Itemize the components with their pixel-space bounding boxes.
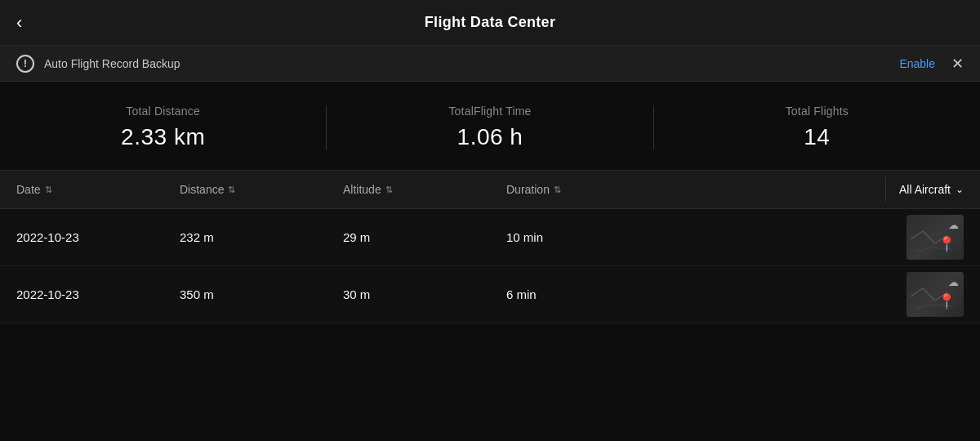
row-map-thumbnail[interactable]: ☁ 📍	[906, 272, 964, 317]
row-distance: 350 m	[180, 287, 343, 301]
total-flights-label: Total Flights	[786, 105, 849, 118]
stats-section: Total Distance 2.33 km TotalFlight Time …	[0, 82, 980, 170]
table-header: Date ⇅ Distance ⇅ Altitude ⇅ Duration ⇅ …	[0, 170, 980, 209]
location-pin-icon: 📍	[938, 292, 956, 310]
header: ‹ Flight Data Center	[0, 0, 980, 46]
row-duration: 6 min	[506, 287, 906, 301]
svg-line-5	[911, 288, 923, 296]
table-row[interactable]: 2022-10-23 350 m 30 m 6 min ☁ 📍	[0, 266, 980, 323]
total-flight-time-value: 1.06 h	[457, 124, 523, 150]
close-button[interactable]: ✕	[951, 56, 964, 71]
total-flights-value: 14	[804, 124, 830, 150]
row-date: 2022-10-23	[16, 230, 180, 244]
distance-sort-icon: ⇅	[228, 186, 235, 194]
page-title: Flight Data Center	[425, 14, 555, 31]
aircraft-col-divider	[885, 177, 886, 202]
column-distance[interactable]: Distance ⇅	[180, 183, 343, 196]
row-map-thumbnail[interactable]: ☁ 📍	[906, 215, 964, 260]
flight-records-list: 2022-10-23 232 m 29 m 10 min ☁ 📍	[0, 209, 980, 323]
total-distance-value: 2.33 km	[121, 124, 205, 150]
date-sort-icon: ⇅	[45, 186, 52, 194]
svg-line-3	[915, 247, 931, 252]
row-altitude: 29 m	[343, 230, 506, 244]
aircraft-filter-label: All Aircraft	[899, 183, 951, 196]
banner-text: Auto Flight Record Backup	[44, 57, 899, 70]
duration-col-label: Duration	[506, 183, 550, 196]
svg-line-1	[923, 231, 935, 243]
row-altitude: 30 m	[343, 287, 506, 301]
column-duration[interactable]: Duration ⇅	[506, 183, 885, 196]
enable-button[interactable]: Enable	[899, 57, 935, 70]
total-flights-stat: Total Flights 14	[654, 105, 980, 150]
chevron-down-icon: ⌄	[956, 184, 964, 195]
cloud-icon: ☁	[948, 276, 959, 288]
date-col-label: Date	[16, 183, 41, 196]
total-distance-stat: Total Distance 2.33 km	[0, 105, 326, 150]
map-preview: ☁ 📍	[906, 272, 964, 317]
location-pin-icon: 📍	[938, 235, 956, 253]
duration-sort-icon: ⇅	[554, 186, 561, 194]
row-duration: 10 min	[506, 230, 906, 244]
altitude-sort-icon: ⇅	[385, 186, 393, 194]
column-date[interactable]: Date ⇅	[16, 183, 180, 196]
table-row[interactable]: 2022-10-23 232 m 29 m 10 min ☁ 📍	[0, 209, 980, 266]
altitude-col-label: Altitude	[343, 183, 381, 196]
distance-col-label: Distance	[180, 183, 224, 196]
svg-line-8	[915, 305, 931, 309]
total-flight-time-stat: TotalFlight Time 1.06 h	[327, 105, 653, 150]
back-button[interactable]: ‹	[16, 14, 22, 32]
total-distance-label: Total Distance	[126, 105, 200, 118]
warning-icon: !	[16, 55, 34, 73]
svg-line-0	[911, 231, 923, 239]
cloud-icon: ☁	[948, 219, 959, 231]
column-altitude[interactable]: Altitude ⇅	[343, 183, 506, 196]
aircraft-filter[interactable]: All Aircraft ⌄	[899, 183, 964, 196]
row-distance: 232 m	[180, 230, 343, 244]
total-flight-time-label: TotalFlight Time	[448, 105, 531, 118]
row-date: 2022-10-23	[16, 287, 180, 301]
map-preview: ☁ 📍	[906, 215, 964, 260]
svg-line-6	[923, 288, 935, 301]
backup-banner: ! Auto Flight Record Backup Enable ✕	[0, 46, 980, 82]
